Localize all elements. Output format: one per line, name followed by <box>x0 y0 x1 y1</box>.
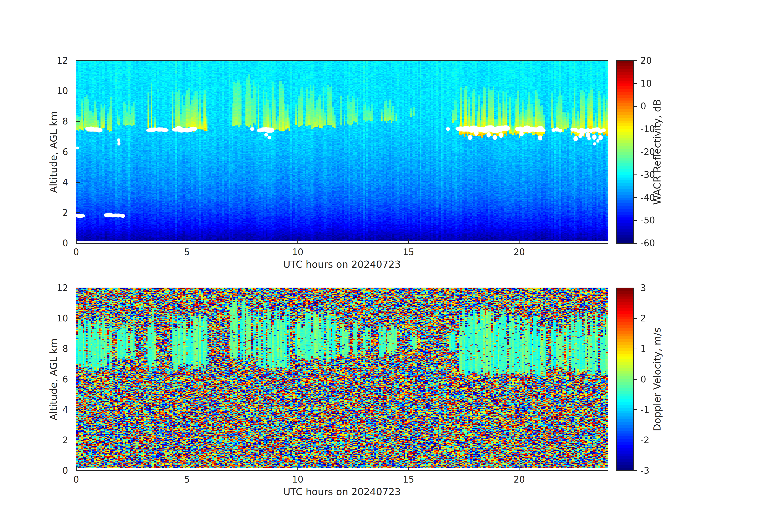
reflectivity-colorbar-tick <box>634 106 637 107</box>
velocity-y-tick <box>76 470 80 471</box>
velocity-colorbar-tick <box>634 409 637 410</box>
reflectivity-y-tick-label: 2 <box>32 208 68 217</box>
velocity-y-tick <box>76 318 80 319</box>
reflectivity-x-axis-title: UTC hours on 20240723 <box>283 259 401 269</box>
velocity-x-tick-label: 0 <box>73 475 79 484</box>
reflectivity-colorbar-tick-label: 10 <box>641 79 652 88</box>
velocity-colorbar-tick <box>634 288 637 289</box>
velocity-colorbar-tick-label: 1 <box>641 344 646 353</box>
reflectivity-colorbar-tick <box>634 129 637 129</box>
reflectivity-x-tick <box>408 239 409 243</box>
reflectivity-x-tick <box>76 239 77 243</box>
reflectivity-y-tick <box>76 60 80 61</box>
velocity-colorbar-tick-label: 2 <box>641 314 646 323</box>
velocity-x-tick <box>408 467 409 471</box>
reflectivity-colorbar-tick <box>634 151 637 152</box>
velocity-colorbar-tick-label: -2 <box>641 436 649 445</box>
velocity-colorbar-tick <box>634 318 637 319</box>
velocity-y-axis-title: Altitude, AGL km <box>49 339 58 420</box>
velocity-y-tick <box>76 379 80 380</box>
velocity-x-tick <box>187 467 187 471</box>
reflectivity-colorbar-tick <box>634 220 637 221</box>
velocity-colorbar <box>617 288 634 471</box>
reflectivity-x-tick <box>297 239 298 243</box>
reflectivity-colorbar <box>617 61 634 243</box>
reflectivity-colorbar-tick-label: -50 <box>641 216 655 225</box>
velocity-y-tick <box>76 409 80 410</box>
velocity-x-axis-title: UTC hours on 20240723 <box>283 487 401 497</box>
reflectivity-y-tick-label: 0 <box>32 239 68 248</box>
velocity-y-tick-label: 0 <box>32 466 68 475</box>
velocity-colorbar-tick-label: -3 <box>641 466 649 475</box>
reflectivity-x-tick <box>519 239 520 243</box>
reflectivity-y-tick <box>76 121 80 122</box>
velocity-colorbar-title: Doppler Velocity, m/s <box>652 328 662 431</box>
reflectivity-colorbar-tick <box>634 174 637 175</box>
velocity-y-tick-label: 2 <box>32 436 68 445</box>
velocity-y-tick <box>76 288 80 289</box>
reflectivity-x-tick <box>187 239 187 243</box>
reflectivity-x-tick-label: 5 <box>184 248 190 256</box>
reflectivity-y-tick <box>76 151 80 152</box>
velocity-colorbar-tick-label: 3 <box>641 284 646 293</box>
velocity-y-tick <box>76 440 80 440</box>
velocity-x-tick <box>297 467 298 471</box>
reflectivity-colorbar-tick <box>634 83 637 84</box>
reflectivity-y-tick <box>76 91 80 91</box>
velocity-x-tick <box>519 467 520 471</box>
reflectivity-y-tick <box>76 212 80 213</box>
reflectivity-colorbar-title: WACR Reflectivity, dB <box>652 99 662 205</box>
velocity-colorbar-tick <box>634 440 637 440</box>
velocity-x-tick-label: 20 <box>514 475 525 484</box>
reflectivity-x-tick-label: 20 <box>514 248 525 256</box>
reflectivity-colorbar-tick <box>634 197 637 198</box>
velocity-heatmap <box>76 288 608 471</box>
reflectivity-heatmap <box>76 61 608 243</box>
velocity-colorbar-tick-label: -1 <box>641 405 649 414</box>
velocity-x-tick-label: 10 <box>292 475 303 484</box>
reflectivity-colorbar-tick-label: 20 <box>641 56 652 65</box>
reflectivity-colorbar-tick <box>634 243 637 243</box>
velocity-colorbar-tick <box>634 470 637 471</box>
velocity-colorbar-tick-label: 0 <box>641 375 646 384</box>
velocity-y-tick <box>76 349 80 349</box>
reflectivity-y-tick <box>76 243 80 243</box>
figure-canvas: 0510152002468101220100-10-20-30-40-50-60… <box>0 0 775 532</box>
reflectivity-x-tick-label: 15 <box>403 248 414 256</box>
reflectivity-y-axis-title: Altitude, AGL km <box>49 111 58 193</box>
velocity-colorbar-tick <box>634 349 637 349</box>
velocity-x-tick-label: 5 <box>184 475 190 484</box>
reflectivity-x-tick-label: 10 <box>292 248 303 256</box>
velocity-x-tick-label: 15 <box>403 475 414 484</box>
reflectivity-colorbar-tick-label: 0 <box>641 102 646 111</box>
reflectivity-colorbar-tick-label: -60 <box>641 239 655 248</box>
reflectivity-colorbar-tick <box>634 60 637 61</box>
reflectivity-y-tick-label: 12 <box>32 56 68 65</box>
velocity-x-tick <box>76 467 77 471</box>
reflectivity-y-tick <box>76 182 80 182</box>
reflectivity-x-tick-label: 0 <box>73 248 79 256</box>
velocity-colorbar-tick <box>634 379 637 380</box>
velocity-y-tick-label: 10 <box>32 314 68 323</box>
velocity-y-tick-label: 12 <box>32 284 68 293</box>
reflectivity-y-tick-label: 10 <box>32 86 68 95</box>
